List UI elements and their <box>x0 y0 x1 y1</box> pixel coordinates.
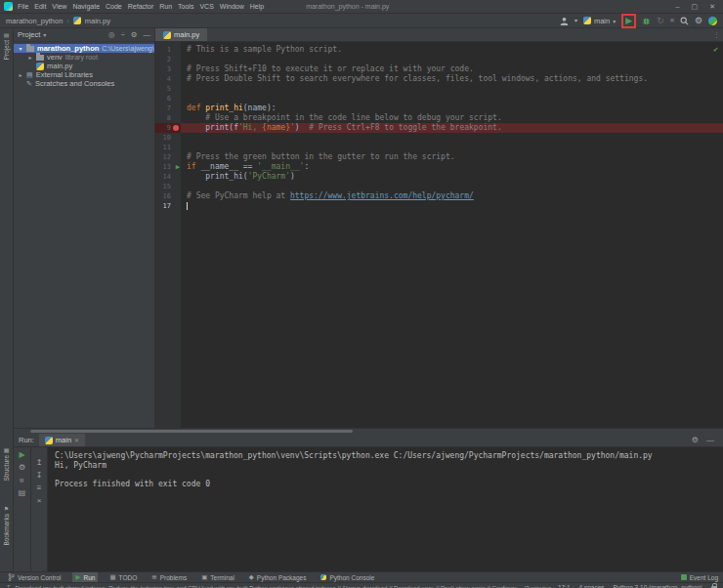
tree-item-scratches-and-consoles[interactable]: ✎Scratches and Consoles <box>14 79 154 88</box>
menu-tools[interactable]: Tools <box>175 3 196 10</box>
run-settings-gear-icon[interactable]: ⚙ <box>19 464 25 472</box>
gutter-line-6[interactable]: 6 <box>155 94 181 104</box>
code-line-12[interactable]: 12# Press the green button in the gutter… <box>155 152 723 162</box>
soft-wrap-icon[interactable]: ≡ <box>37 484 42 492</box>
toolwindow-button-python-console[interactable]: Python Console <box>318 572 377 582</box>
breadcrumb-project[interactable]: marathon_python <box>6 17 63 25</box>
gutter-line-12[interactable]: 12 <box>155 152 181 162</box>
menu-edit[interactable]: Edit <box>31 3 49 10</box>
restore-layout-icon[interactable]: ▤ <box>19 489 26 497</box>
project-view-chevron-icon[interactable]: ▾ <box>43 31 46 38</box>
gutter-line-14[interactable]: 14 <box>155 172 181 182</box>
code-line-1[interactable]: 1# This is a sample Python script. <box>155 45 723 55</box>
indent-setting[interactable]: 4 spaces <box>579 584 605 588</box>
toolwindow-button-run[interactable]: ▶Run <box>72 572 98 582</box>
event-log-button[interactable]: Event Log <box>681 574 718 581</box>
breadcrumb-file[interactable]: main.py <box>85 17 110 25</box>
collapse-all-icon[interactable]: ÷ <box>121 30 125 39</box>
code-line-14[interactable]: 14 print_hi('PyCharm') <box>155 172 723 182</box>
code-line-15[interactable]: 15 <box>155 182 723 191</box>
menu-view[interactable]: View <box>49 3 69 10</box>
stripe-tab-project[interactable]: ▤ Project <box>0 31 13 60</box>
menu-file[interactable]: File <box>15 3 31 10</box>
locate-file-icon[interactable]: ◎ <box>108 30 115 39</box>
editor-tab-main-py[interactable]: main.py <box>155 28 207 41</box>
debug-bug-icon[interactable] <box>642 17 651 25</box>
code-line-11[interactable]: 11 <box>155 143 723 152</box>
maximize-icon[interactable]: ▢ <box>692 3 699 11</box>
tree-item-venv[interactable]: ▸venvlibrary root <box>14 53 154 62</box>
gutter-line-15[interactable]: 15 <box>155 182 181 191</box>
search-everywhere-icon[interactable] <box>680 17 689 25</box>
up-stack-icon[interactable]: ↥ <box>36 459 43 467</box>
user-dropdown-chevron-icon[interactable]: ▾ <box>574 16 577 25</box>
stripe-tab-structure[interactable]: ▦ Structure <box>0 446 13 481</box>
run-tab-close-icon[interactable]: ✕ <box>74 437 79 443</box>
gutter-line-8[interactable]: 8 <box>155 113 181 123</box>
rerun-icon[interactable]: ↻ <box>657 16 664 25</box>
code-line-9[interactable]: 9 print(f'Hi, {name}') # Press Ctrl+F8 t… <box>155 123 723 133</box>
rerun-button-icon[interactable]: ▶ <box>19 451 24 459</box>
gutter-line-5[interactable]: 5 <box>155 84 181 94</box>
toolwindow-button-todo[interactable]: ▦TODO <box>106 572 140 582</box>
panel-settings-gear-icon[interactable]: ⚙ <box>131 30 138 39</box>
run-button[interactable]: ▶ <box>625 16 632 25</box>
expand-arrow-icon[interactable]: ▸ <box>27 54 33 61</box>
code-line-4[interactable]: 4# Press Double Shift to search everywhe… <box>155 74 723 84</box>
code-line-17[interactable]: 17 <box>155 201 723 211</box>
tree-item-marathon-python[interactable]: ▾marathon_pythonC:\Users\ajweng\PycharmP… <box>14 44 154 53</box>
stripe-tab-bookmarks[interactable]: ⚑ Bookmarks <box>0 505 13 546</box>
stop-process-icon[interactable]: ■ <box>20 477 24 484</box>
run-configuration-select[interactable]: main ▾ <box>583 17 616 25</box>
tree-item-external-libraries[interactable]: ▸▤External Libraries <box>14 70 154 79</box>
menu-refactor[interactable]: Refactor <box>125 3 156 10</box>
gutter-line-9[interactable]: 9 <box>155 123 181 133</box>
settings-gear-icon[interactable]: ⚙ <box>695 16 702 25</box>
clear-console-icon[interactable]: × <box>37 497 42 505</box>
gutter-line-1[interactable]: 1 <box>155 45 181 55</box>
code-area[interactable]: ✔ 1# This is a sample Python script.23# … <box>155 42 723 428</box>
tree-item-main-py[interactable]: main.py <box>14 62 154 70</box>
menu-help[interactable]: Help <box>247 3 267 10</box>
gutter-line-10[interactable]: 10 <box>155 133 181 143</box>
code-line-7[interactable]: 7def print_hi(name): <box>155 104 723 113</box>
expand-arrow-icon[interactable]: ▾ <box>18 45 23 52</box>
minimize-icon[interactable]: – <box>676 3 680 11</box>
user-icon[interactable] <box>560 17 569 25</box>
menu-run[interactable]: Run <box>156 3 175 10</box>
caret-position[interactable]: 17:1 <box>558 584 571 588</box>
code-line-16[interactable]: 16# See PyCharm help at https://www.jetb… <box>155 191 723 201</box>
toolwindow-button-terminal[interactable]: ▣Terminal <box>198 572 237 582</box>
tab-options-more-icon[interactable]: ⋮ <box>713 31 723 39</box>
code-line-10[interactable]: 10 <box>155 133 723 143</box>
down-stack-icon[interactable]: ↧ <box>36 472 43 480</box>
gutter-line-11[interactable]: 11 <box>155 143 181 152</box>
menu-navigate[interactable]: Navigate <box>69 3 103 10</box>
gutter-line-2[interactable]: 2 <box>155 55 181 64</box>
interpreter-setting[interactable]: Python 3.10 (marathon_python) <box>614 584 702 588</box>
project-panel-title[interactable]: Project <box>18 30 40 39</box>
gutter-line-3[interactable]: 3 <box>155 64 181 74</box>
run-panel-settings-gear-icon[interactable]: ⚙ <box>692 437 699 444</box>
stop-icon[interactable]: ■ <box>670 16 674 25</box>
toolwindow-button-problems[interactable]: ⊕Problems <box>149 572 190 582</box>
colorful-plugin-icon[interactable] <box>708 17 717 25</box>
gutter-run-icon[interactable]: ▶ <box>176 162 180 172</box>
code-line-6[interactable]: 6 <box>155 94 723 104</box>
code-line-5[interactable]: 5 <box>155 84 723 94</box>
gutter-line-7[interactable]: 7 <box>155 104 181 113</box>
breakpoint-dot-icon[interactable] <box>173 125 179 131</box>
menu-vcs[interactable]: VCS <box>196 3 216 10</box>
code-line-13[interactable]: 13▶if __name__ == '__main__': <box>155 162 723 172</box>
horizontal-scrollbar-thumb[interactable] <box>30 430 353 433</box>
status-message[interactable]: Download pre-built shared indexes: Reduc… <box>15 585 553 588</box>
close-icon[interactable]: ✕ <box>709 3 715 11</box>
menu-window[interactable]: Window <box>217 3 247 10</box>
code-line-3[interactable]: 3# Press Shift+F10 to execute it or repl… <box>155 64 723 74</box>
toolwindow-button-python-packages[interactable]: ◆Python Packages <box>246 572 310 582</box>
hide-panel-icon[interactable]: — <box>144 30 151 39</box>
expand-arrow-icon[interactable]: ▸ <box>18 71 23 78</box>
code-line-2[interactable]: 2 <box>155 55 723 64</box>
gutter-line-17[interactable]: 17 <box>155 201 181 211</box>
menu-code[interactable]: Code <box>103 3 125 10</box>
